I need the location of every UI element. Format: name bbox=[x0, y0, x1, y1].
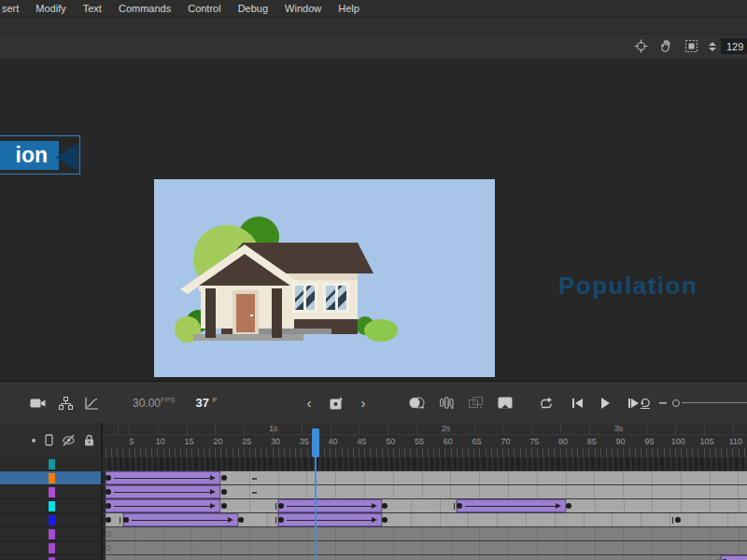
stage-canvas[interactable] bbox=[154, 179, 495, 377]
empty-frame-span[interactable] bbox=[106, 555, 721, 560]
tween-frame-span[interactable] bbox=[457, 499, 566, 512]
zoom-slider-knob[interactable] bbox=[672, 399, 680, 407]
timeline-row-1[interactable] bbox=[103, 457, 747, 471]
insert-keyframe-icon[interactable] bbox=[330, 394, 344, 413]
frames-grid bbox=[103, 457, 747, 560]
layers-panel-header bbox=[0, 423, 103, 457]
menu-item-modify[interactable]: Modify bbox=[27, 0, 74, 18]
menu-item-control[interactable]: Control bbox=[179, 0, 229, 18]
frame-number-40: 40 bbox=[319, 437, 347, 446]
timeline-zoom-slider[interactable] bbox=[659, 399, 747, 407]
layer-row-1[interactable] bbox=[0, 457, 101, 471]
keyframe-tick bbox=[672, 517, 673, 524]
layer-row-2[interactable] bbox=[0, 471, 101, 485]
timeline-row-7[interactable] bbox=[103, 541, 747, 555]
tween-frame-span[interactable] bbox=[123, 513, 238, 526]
menu-item-debug[interactable]: Debug bbox=[230, 0, 276, 18]
frame-dash-mark bbox=[252, 492, 257, 494]
timeline-ruler[interactable]: 1s2s3s 510152025303540455055606570758085… bbox=[103, 423, 747, 457]
zoom-slider-track bbox=[682, 402, 747, 403]
ruler-frame-numbers: 5101520253035404550556065707580859095100… bbox=[103, 435, 747, 448]
menu-item-commands[interactable]: Commands bbox=[110, 0, 179, 18]
zoom-step-up-icon[interactable] bbox=[709, 42, 716, 46]
tween-arrowhead bbox=[210, 489, 216, 495]
edit-multiple-frames-icon[interactable] bbox=[469, 394, 483, 413]
layer-row-8[interactable] bbox=[0, 555, 101, 560]
tween-arrow bbox=[132, 520, 228, 521]
timeline-row-2[interactable] bbox=[103, 471, 747, 485]
static-frame-span[interactable] bbox=[566, 499, 747, 512]
ruler-seconds-band: 1s2s3s bbox=[103, 423, 747, 435]
static-frame-span[interactable] bbox=[382, 513, 747, 526]
previous-keyframe-icon[interactable]: ‹ bbox=[307, 394, 312, 413]
static-frame-span[interactable] bbox=[220, 471, 747, 484]
zoom-out-icon[interactable] bbox=[659, 402, 667, 404]
menu-item-window[interactable]: Window bbox=[276, 0, 330, 18]
static-frame-span[interactable] bbox=[220, 485, 747, 498]
step-back-icon[interactable] bbox=[572, 394, 583, 413]
camera-icon[interactable] bbox=[30, 394, 46, 413]
zoom-percent-input[interactable]: 129 bbox=[721, 38, 747, 54]
frame-number-100: 100 bbox=[664, 437, 692, 446]
selected-ribbon-object[interactable]: ion bbox=[0, 141, 59, 170]
frame-number-95: 95 bbox=[635, 437, 663, 446]
pasteboard[interactable]: ion Population bbox=[0, 58, 747, 381]
static-frame-span[interactable] bbox=[220, 499, 278, 512]
tween-frame-span[interactable] bbox=[278, 499, 382, 512]
layer-row-5[interactable] bbox=[0, 513, 101, 527]
timeline-row-5[interactable] bbox=[103, 513, 747, 527]
play-icon[interactable] bbox=[601, 394, 610, 413]
static-frame-span[interactable] bbox=[382, 499, 457, 512]
offstage-population-text[interactable]: Population bbox=[558, 272, 698, 301]
timeline-row-3[interactable] bbox=[103, 485, 747, 499]
timeline-row-8[interactable] bbox=[103, 555, 747, 560]
layer-row-7[interactable] bbox=[0, 541, 101, 555]
selected-object-bounding-box[interactable]: ion bbox=[0, 135, 80, 175]
current-frame-display[interactable]: 37 F bbox=[196, 396, 218, 410]
playhead-line bbox=[315, 457, 317, 560]
keyframe-tick bbox=[120, 517, 120, 524]
menu-item-text[interactable]: Text bbox=[75, 0, 110, 18]
layer-row-3[interactable] bbox=[0, 485, 101, 499]
tween-arrow bbox=[287, 520, 372, 521]
hide-column-icon[interactable] bbox=[62, 434, 76, 446]
layer-row-6[interactable] bbox=[0, 527, 101, 541]
layer-row-4[interactable] bbox=[0, 499, 101, 513]
next-keyframe-icon[interactable]: › bbox=[361, 394, 366, 413]
tween-frame-span[interactable] bbox=[106, 471, 220, 484]
house-illustration bbox=[154, 179, 495, 377]
onion-skin-icon[interactable] bbox=[409, 394, 425, 413]
loop-icon[interactable] bbox=[539, 394, 554, 413]
menu-item-sert[interactable]: sert bbox=[0, 0, 27, 18]
clip-content-outside-stage-icon[interactable] bbox=[684, 39, 698, 54]
center-stage-icon[interactable] bbox=[633, 39, 648, 54]
tween-frame-span[interactable] bbox=[278, 513, 382, 526]
zoom-stepper[interactable] bbox=[709, 42, 716, 51]
menu-item-help[interactable]: Help bbox=[330, 0, 368, 18]
reset-timeline-zoom-icon[interactable] bbox=[639, 394, 652, 413]
empty-frame-span[interactable] bbox=[106, 527, 747, 540]
tween-frame-span[interactable] bbox=[106, 499, 220, 512]
frame-number-85: 85 bbox=[578, 437, 606, 446]
step-forward-icon[interactable] bbox=[628, 394, 639, 413]
camera-frame-icon[interactable] bbox=[498, 394, 513, 413]
onion-skin-outlines-icon[interactable] bbox=[440, 394, 454, 413]
tween-frame-span[interactable] bbox=[106, 485, 220, 498]
highlight-column-icon[interactable] bbox=[31, 438, 36, 443]
frame-number-110: 110 bbox=[722, 437, 747, 446]
lock-column-icon[interactable] bbox=[84, 434, 94, 446]
static-frame-span[interactable] bbox=[238, 513, 278, 526]
timeline-row-6[interactable] bbox=[103, 527, 747, 541]
timeline-row-4[interactable] bbox=[103, 499, 747, 513]
hand-tool-icon[interactable] bbox=[658, 39, 673, 54]
zoom-step-down-icon[interactable] bbox=[709, 48, 716, 51]
empty-frame-span[interactable] bbox=[106, 541, 747, 554]
frame-number-75: 75 bbox=[520, 437, 548, 446]
frame-number-45: 45 bbox=[347, 437, 375, 446]
parenting-view-icon[interactable] bbox=[59, 394, 73, 413]
playhead-marker[interactable] bbox=[312, 428, 319, 457]
stripes-frame-span[interactable] bbox=[106, 457, 747, 470]
outline-column-icon[interactable] bbox=[45, 434, 53, 446]
frame-rate-display[interactable]: 30.00FPS bbox=[133, 396, 176, 410]
graph-editor-icon[interactable] bbox=[85, 394, 99, 413]
